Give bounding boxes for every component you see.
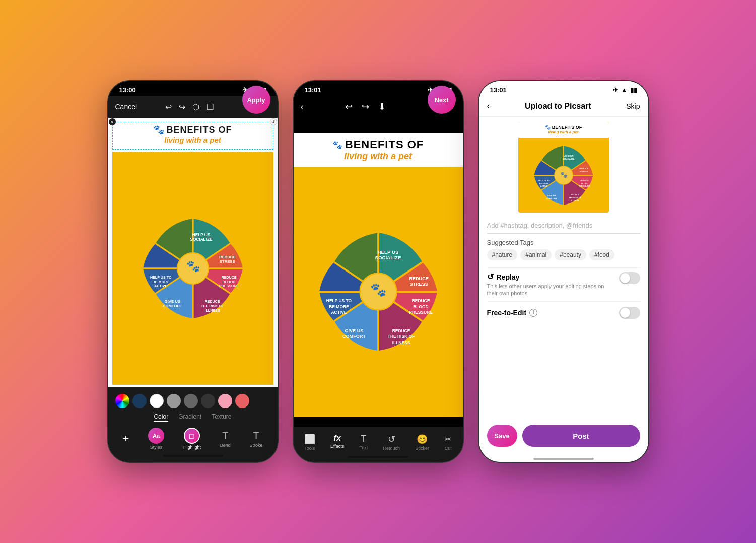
replay-toggle[interactable] bbox=[619, 272, 640, 284]
styles-label: Styles bbox=[150, 445, 163, 450]
l2-com2: COMFORT bbox=[342, 334, 365, 339]
rotate-handle[interactable]: ↺ bbox=[270, 118, 277, 125]
benefits-title: 🐾 BENEFITS OF living with a pet bbox=[153, 124, 232, 144]
p-l6: BLOOD bbox=[581, 182, 588, 184]
retouch-icon: ↺ bbox=[388, 434, 395, 445]
save-button[interactable]: Save bbox=[487, 425, 517, 447]
pie-chart-1: 🐾 HELP US SOCIALIZE REDUCE STRESS REDUCE… bbox=[138, 213, 248, 324]
apply-button[interactable]: Apply bbox=[242, 86, 270, 114]
swatch-gray3[interactable] bbox=[201, 394, 215, 408]
replay-row: ↺ Replay This lets other users apply you… bbox=[487, 267, 640, 301]
p-paw: 🐾 bbox=[560, 171, 567, 178]
title-row-2: 🐾 BENEFITS OF bbox=[332, 138, 424, 151]
l2-str2: STRESS bbox=[409, 282, 428, 287]
cut-icon: ✂ bbox=[444, 434, 452, 445]
preview-title2: living with a pet bbox=[548, 130, 578, 134]
swatch-pink[interactable] bbox=[218, 394, 232, 408]
label-illness3: ILLNESS bbox=[204, 308, 220, 312]
l2-com1: GIVE US bbox=[345, 328, 363, 333]
swatch-red[interactable] bbox=[235, 394, 249, 408]
status-bar-3: 13:01 ✈ ▲ ▮▮ bbox=[479, 81, 648, 96]
text-selection[interactable]: ✕ ↺ 🐾 BENEFITS OF living with a pet bbox=[112, 122, 273, 150]
sticker-icon: 😊 bbox=[417, 434, 428, 445]
tag-nature[interactable]: #nature bbox=[487, 249, 518, 260]
p-l8: REDUCE bbox=[571, 193, 579, 196]
tag-animal[interactable]: #animal bbox=[520, 249, 552, 260]
tab-gradient[interactable]: Gradient bbox=[178, 413, 201, 422]
undo-icon[interactable]: ↩ bbox=[165, 102, 172, 112]
phone3-body: Add #hashtag, description, @friends Sugg… bbox=[479, 218, 648, 324]
stroke-tool[interactable]: T Stroke bbox=[250, 430, 263, 448]
back-icon-2[interactable]: ‹ bbox=[301, 102, 304, 112]
close-handle[interactable]: ✕ bbox=[109, 118, 116, 125]
free-edit-toggle[interactable] bbox=[619, 307, 640, 319]
download-icon[interactable]: ⬇ bbox=[378, 101, 386, 112]
preview-paw: 🐾 bbox=[545, 125, 551, 130]
tool-tools[interactable]: ⬜ Tools bbox=[304, 434, 315, 451]
tag-beauty[interactable]: #beauty bbox=[555, 249, 586, 260]
back-button-3[interactable]: ‹ bbox=[487, 101, 490, 111]
black-spacer-bot bbox=[294, 417, 463, 427]
home-indicator-1 bbox=[163, 455, 223, 457]
canvas-1: ✕ ↺ 🐾 BENEFITS OF living with a pet bbox=[108, 118, 278, 387]
post-button[interactable]: Post bbox=[522, 425, 640, 447]
l2-act3: ACTIVE bbox=[331, 310, 347, 315]
tool-text[interactable]: T Text bbox=[360, 434, 368, 451]
tab-color[interactable]: Color bbox=[154, 413, 168, 422]
swatch-darkblue[interactable] bbox=[132, 394, 147, 408]
swatch-gray2[interactable] bbox=[184, 394, 198, 408]
eraser-icon[interactable]: ⬡ bbox=[192, 102, 199, 112]
cancel-button[interactable]: Cancel bbox=[115, 103, 138, 111]
phone2-bottom-tools: ⬜ Tools fx Effects T Text ↺ Retouch 😊 bbox=[294, 427, 463, 462]
add-tool[interactable]: + bbox=[122, 432, 129, 445]
l2-soc1: HELP US bbox=[377, 249, 399, 255]
effects-label: Effects bbox=[330, 444, 344, 449]
p-l2: SOCIALIZE bbox=[562, 157, 574, 160]
redo-icon-2[interactable]: ↪ bbox=[362, 101, 369, 112]
preview-pie-svg: 🐾 HELP US SOCIALIZE REDUCE STRESS REDUCE… bbox=[531, 143, 596, 208]
layers-icon[interactable]: ❑ bbox=[207, 102, 214, 112]
redo-icon[interactable]: ↪ bbox=[179, 102, 185, 112]
tools-icon: ⬜ bbox=[304, 434, 315, 445]
skip-button[interactable]: Skip bbox=[626, 102, 640, 110]
phone-3: 13:01 ✈ ▲ ▮▮ ‹ Upload to Picsart Skip 🐾 … bbox=[478, 80, 649, 463]
pie-chart-2: 🐾 HELP US SOCIALIZE REDUCE STRESS REDUCE… bbox=[313, 226, 444, 357]
swatch-white[interactable] bbox=[150, 394, 164, 408]
tool-retouch[interactable]: ↺ Retouch bbox=[383, 434, 400, 451]
tab-texture[interactable]: Texture bbox=[212, 413, 231, 422]
hashtag-input[interactable]: Add #hashtag, description, @friends bbox=[487, 218, 640, 234]
swatch-gray1[interactable] bbox=[167, 394, 181, 408]
stroke-label: Stroke bbox=[250, 443, 263, 448]
l2-str1: REDUCE bbox=[409, 276, 428, 281]
highlight-tool[interactable]: ◻ Highlight bbox=[183, 428, 201, 450]
p-l1: HELP US bbox=[563, 155, 573, 157]
phone3-header: ‹ Upload to Picsart Skip bbox=[479, 96, 648, 117]
color-wheel[interactable] bbox=[115, 394, 129, 408]
next-button[interactable]: Next bbox=[428, 86, 456, 114]
label-comfort2: COMFORT bbox=[162, 304, 182, 308]
l2-soc2: SOCIALIZE bbox=[375, 255, 401, 260]
p-l11: GIVE US bbox=[547, 194, 556, 197]
tool-effects[interactable]: fx Effects bbox=[330, 434, 344, 451]
tool-cut[interactable]: ✂ Cut bbox=[444, 434, 452, 451]
title-line2: living with a pet bbox=[164, 135, 221, 144]
info-icon[interactable]: i bbox=[529, 309, 537, 317]
replay-icon: ↺ bbox=[487, 272, 494, 282]
bottom-panel-1: Color Gradient Texture + Aa Styles ◻ Hig… bbox=[108, 387, 278, 462]
l2-act2: BE MORE bbox=[329, 304, 349, 309]
l2-ill1: REDUCE bbox=[392, 328, 410, 333]
wifi-icon-3: ▲ bbox=[621, 86, 628, 94]
bend-icon: T bbox=[222, 430, 228, 442]
styles-tool[interactable]: Aa Styles bbox=[148, 428, 164, 450]
spacer bbox=[479, 324, 648, 417]
bend-tool[interactable]: T Bend bbox=[220, 430, 231, 448]
heart-paw: 🐾 bbox=[186, 259, 200, 273]
tool-sticker[interactable]: 😊 Sticker bbox=[415, 434, 429, 451]
undo-icon-2[interactable]: ↩ bbox=[345, 101, 353, 112]
p-l14: BE MORE bbox=[539, 182, 548, 184]
home-indicator-2 bbox=[348, 456, 408, 458]
tag-food[interactable]: #food bbox=[589, 249, 614, 260]
p-l4: STRESS bbox=[579, 170, 588, 173]
plus-icon: + bbox=[122, 432, 129, 445]
text-label: Text bbox=[360, 445, 368, 450]
